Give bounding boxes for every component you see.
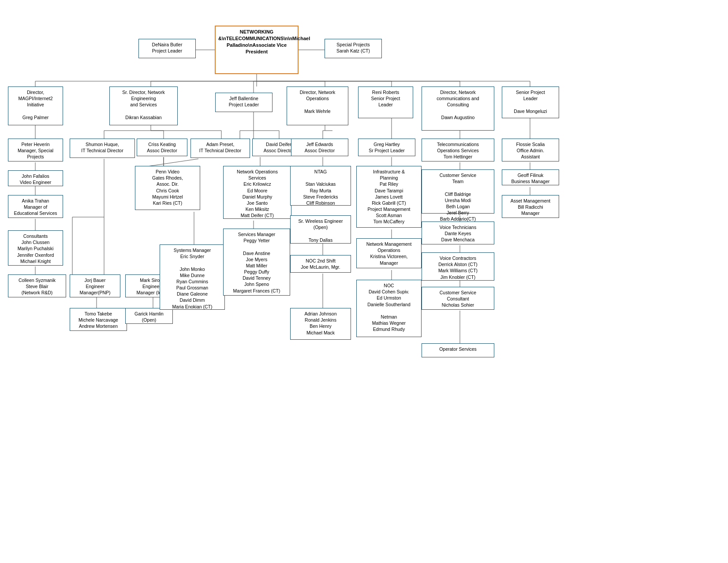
voice-contractors-text: Voice ContractorsDerrick Alston (CT)Mark…	[438, 255, 478, 280]
penn-video-box: Penn VideoGates Rhodes,Assoc. Dir.Chris …	[135, 166, 200, 210]
peter-heverin-box: Peter HeverinManager, SpecialProjects	[8, 139, 63, 161]
sr-director-box: Sr. Director, NetworkEngineeringand Serv…	[109, 86, 178, 125]
denaira-text: DeNaira ButlerProject Leader	[152, 42, 183, 53]
senior-project-leader-box: Senior ProjectLeaderDave Mongeluzi	[502, 86, 559, 118]
john-fafalios-text: John FafaliosVideo Engineer	[20, 173, 52, 185]
greg-hartley-text: Greg HartleySr Project Leader	[369, 142, 405, 153]
geoff-filinuk-box: Geoff FilinukBusiness Manager	[502, 169, 559, 185]
director-netcomm-text: Director, Networkcommunications andConsu…	[437, 90, 479, 120]
noc-box: NOCDavid Cohen Supiv.Ed UrmstonDanielle …	[356, 280, 422, 337]
director-netops-box: Director, NetworkOperationsMark Wehrle	[287, 86, 348, 125]
criss-keating-text: Criss KeatingAssoc Director	[147, 142, 177, 153]
root-title: NETWORKING &\nTELECOMMUNICATIONS\n\nMich…	[218, 29, 310, 54]
noc-text: NOCDavid Cohen Supiv.Ed UrmstonDanielle …	[367, 283, 410, 332]
customer-service-team-text: Customer ServiceTeamCliff BaldrigeUresha…	[440, 173, 476, 221]
peter-heverin-text: Peter HeverinManager, SpecialProjects	[18, 142, 53, 159]
network-ops-services-text: Network OperationsServicesEric Krilowicz…	[237, 169, 278, 218]
jeff-edwards-box: Jeff EdwardsAssoc Director	[291, 139, 348, 156]
denaira-box: DeNaira ButlerProject Leader	[138, 39, 196, 58]
telecom-ops-box: TelecommunicationsOperations ServicesTom…	[422, 139, 494, 161]
infra-planning-text: Infrastructure &PlanningPat RileyDave Ta…	[368, 169, 411, 224]
flossie-scalia-text: Flossie ScaliaOffice Admin.Assistant	[516, 142, 545, 159]
root-box: NETWORKING &\nTELECOMMUNICATIONS\n\nMich…	[215, 26, 299, 74]
garick-hamlin-box: Garick Hamlin(Open)	[125, 308, 173, 324]
shumon-huque-text: Shumon Huque,IT Technical Director	[81, 142, 123, 153]
consultants-box: ConsultantsJohn ClussenMarilyn Puchalski…	[8, 230, 63, 266]
infra-planning-box: Infrastructure &PlanningPat RileyDave Ta…	[356, 166, 422, 228]
shumon-huque-box: Shumon Huque,IT Technical Director	[70, 139, 135, 158]
voice-tech-text: Voice TechniciansDante KeyesDave Menchac…	[440, 225, 476, 242]
operator-services-text: Operator Services	[439, 346, 477, 352]
senior-project-leader-text: Senior ProjectLeaderDave Mongeluzi	[514, 90, 547, 114]
criss-keating-box: Criss KeatingAssoc Director	[137, 139, 187, 156]
david-deifer-text: David DeiferAssoc Director	[264, 142, 294, 153]
services-manager-text: Services ManagerPeggy YetterDave Anstine…	[233, 232, 280, 293]
network-mgmt-ops-text: Network ManagementOperationsKristina Vic…	[366, 241, 412, 266]
jorj-bauer-box: Jorj BauerEngineerManager(PNP)	[70, 274, 120, 297]
telecom-ops-text: TelecommunicationsOperations ServicesTom…	[437, 142, 479, 159]
colleen-syzmanik-text: Colleen SyzmanikSteve Blair(Network R&D)	[19, 278, 56, 295]
greg-hartley-box: Greg HartleySr Project Leader	[358, 139, 415, 156]
flossie-scalia-box: Flossie ScaliaOffice Admin.Assistant	[502, 139, 559, 161]
sr-wireless-text: Sr. Wireless Engineer(Open)Tony Dallas	[299, 218, 343, 243]
adrian-johnson-box: Adrian JohnsonRonald JenkinsBen HenryMic…	[290, 308, 351, 340]
director-magpi-text: Director,MAGPI/Internet2InitiativeGreg P…	[18, 90, 52, 120]
adrian-johnson-text: Adrian JohnsonRonald JenkinsBen HenryMic…	[305, 311, 337, 335]
sr-director-text: Sr. Director, NetworkEngineeringand Serv…	[122, 90, 164, 120]
cs-consultant-text: Customer ServiceConsultantNicholas Sohie…	[440, 290, 476, 308]
systems-manager-box: Systems ManagerEric SnyderJohn MonkoMike…	[160, 244, 225, 310]
ntag-box: NTAGStan ValciukasRay MurtaSteve Frederi…	[290, 166, 351, 206]
voice-tech-box: Voice TechniciansDante KeyesDave Menchac…	[422, 221, 494, 244]
sr-wireless-box: Sr. Wireless Engineer(Open)Tony Dallas	[290, 215, 351, 244]
colleen-syzmanik-box: Colleen SyzmanikSteve Blair(Network R&D)	[8, 274, 66, 297]
tomo-takebe-text: Tomo TakebeMichele NarcavageAndrew Morte…	[78, 311, 118, 329]
adam-preset-box: Adam Preset,IT Technical Director	[190, 139, 250, 158]
garick-hamlin-text: Garick Hamlin(Open)	[134, 311, 164, 323]
asset-management-box: Asset ManagementBill RadicchiManager	[502, 195, 559, 218]
adam-preset-text: Adam Preset,IT Technical Director	[199, 142, 241, 153]
services-manager-box: Services ManagerPeggy YetterDave Anstine…	[223, 229, 290, 296]
org-chart: NETWORKING &\nTELECOMMUNICATIONS\n\nMich…	[0, 0, 728, 563]
voice-contractors-box: Voice ContractorsDerrick Alston (CT)Mark…	[422, 252, 494, 281]
special-projects-text: Special ProjectsSarah Katz (CT)	[336, 42, 370, 53]
consultants-text: ConsultantsJohn ClussenMarilyn Puchalski…	[17, 233, 54, 264]
operator-services-box: Operator Services	[422, 343, 494, 357]
anika-trahan-box: Anika TrahanManager ofEducational Servic…	[8, 195, 63, 218]
special-projects-box: Special ProjectsSarah Katz (CT)	[325, 39, 382, 58]
asset-management-text: Asset ManagementBill RadicchiManager	[511, 198, 550, 216]
director-netops-text: Director, NetworkOperationsMark Wehrle	[300, 90, 336, 114]
anika-trahan-text: Anika TrahanManager ofEducational Servic…	[14, 198, 57, 216]
director-netcomm-box: Director, Networkcommunications andConsu…	[422, 86, 494, 131]
geoff-filinuk-text: Geoff FilinukBusiness Manager	[511, 173, 550, 184]
jeff-ballentine-box: Jeff BallentineProject Leader	[215, 93, 273, 112]
reni-roberts-text: Reni RobertsSenior ProjectLeader	[371, 90, 400, 107]
ntag-text: NTAGStan ValciukasRay MurtaSteve Frederi…	[303, 169, 338, 206]
jorj-bauer-text: Jorj BauerEngineerManager(PNP)	[79, 278, 110, 295]
cs-consultant-box: Customer ServiceConsultantNicholas Sohie…	[422, 287, 494, 310]
jeff-edwards-text: Jeff EdwardsAssoc Director	[305, 142, 335, 153]
john-fafalios-box: John FafaliosVideo Engineer	[8, 170, 63, 186]
network-ops-services-box: Network OperationsServicesEric Krilowicz…	[223, 166, 291, 219]
director-magpi-box: Director,MAGPI/Internet2InitiativeGreg P…	[8, 86, 63, 125]
customer-service-team-box: Customer ServiceTeamCliff BaldrigeUresha…	[422, 169, 494, 214]
tomo-takebe-box: Tomo TakebeMichele NarcavageAndrew Morte…	[70, 308, 127, 331]
network-mgmt-ops-box: Network ManagementOperationsKristina Vic…	[356, 238, 422, 268]
systems-manager-text: Systems ManagerEric SnyderJohn MonkoMike…	[172, 248, 212, 309]
jeff-ballentine-text: Jeff BallentineProject Leader	[229, 96, 259, 107]
noc-2nd-shift-text: NOC 2nd ShiftJoe McLaurin, Mgr.	[301, 258, 340, 270]
noc-2nd-shift-box: NOC 2nd ShiftJoe McLaurin, Mgr.	[290, 255, 351, 273]
penn-video-text: Penn VideoGates Rhodes,Assoc. Dir.Chris …	[152, 169, 183, 206]
reni-roberts-box: Reni RobertsSenior ProjectLeader	[358, 86, 413, 118]
